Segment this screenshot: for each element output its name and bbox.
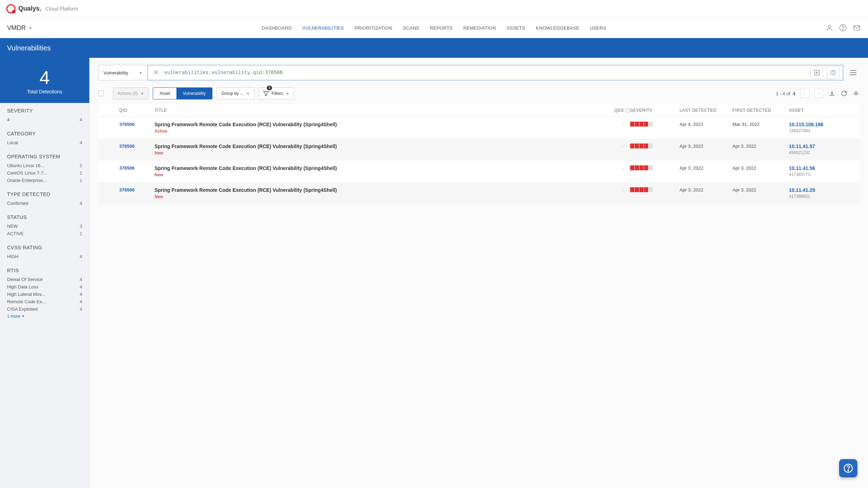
facet-item[interactable]: CISA Exploited4: [7, 306, 82, 312]
clear-search-icon[interactable]: [151, 70, 161, 76]
group-by-button[interactable]: Group by ... ▼: [217, 87, 254, 99]
save-search-button[interactable]: [810, 66, 823, 79]
filters-button[interactable]: 4 Filters ▼: [259, 87, 294, 99]
col-qid[interactable]: QID: [119, 108, 155, 113]
chevron-down-icon: ▼: [29, 26, 32, 30]
actions-button[interactable]: Actions (0) ▼: [113, 87, 149, 99]
page-title-bar: Vulnerabilities: [0, 38, 868, 58]
facet-item[interactable]: High Data Loss4: [7, 284, 82, 289]
refresh-icon[interactable]: [840, 90, 848, 97]
facet-item[interactable]: Confirmed4: [7, 201, 82, 206]
user-icon[interactable]: [826, 24, 833, 32]
asset-ip-link[interactable]: 10.11.41.57: [789, 144, 856, 149]
search-input[interactable]: vulnerabilities.vulnerability.qid:376506: [147, 65, 843, 80]
facet-group: SEVERITY44: [7, 108, 82, 122]
pager-next-button[interactable]: ›: [814, 89, 824, 98]
nav-tab-knowledgebase[interactable]: KNOWLEDGEBASE: [536, 23, 579, 33]
facet-item[interactable]: 44: [7, 117, 82, 122]
asset-ip-link[interactable]: 10.11.41.29: [789, 187, 856, 193]
settings-icon[interactable]: [852, 90, 860, 97]
nav-tab-assets[interactable]: ASSETS: [507, 23, 525, 33]
results-table: QID TITLE QDS SEVERITY LAST DETECTED FIR…: [90, 104, 868, 204]
floating-help-button[interactable]: [839, 459, 857, 477]
facet-group: CATEGORYLocal4: [7, 131, 82, 145]
asset-ip-link[interactable]: 10.11.41.56: [789, 165, 856, 171]
last-detected: Apr 3, 2022: [680, 187, 733, 193]
pager-text: 1 - 4 of 4: [776, 91, 795, 96]
table-body: 376506Spring Framework Remote Code Execu…: [98, 117, 860, 204]
mail-icon[interactable]: [852, 24, 861, 32]
facet-item[interactable]: NEW3: [7, 224, 82, 229]
header-icons: [826, 24, 861, 32]
facet-group: CVSS RATINGHIGH4: [7, 245, 82, 259]
table-header: QID TITLE QDS SEVERITY LAST DETECTED FIR…: [98, 104, 860, 117]
table-row[interactable]: 376506Spring Framework Remote Code Execu…: [98, 160, 860, 182]
module-selector[interactable]: VMDR ▼: [7, 24, 32, 32]
facet-item[interactable]: Oracle Enterprise...1: [7, 178, 82, 183]
table-row[interactable]: 376506Spring Framework Remote Code Execu…: [98, 182, 860, 204]
last-detected: Apr 3, 2022: [680, 165, 733, 171]
nav-tab-vulnerabilities[interactable]: VULNERABILITIES: [302, 23, 344, 40]
help-icon[interactable]: [839, 24, 847, 32]
vuln-title: Spring Framework Remote Code Execution (…: [155, 144, 591, 149]
nav-tab-prioritization[interactable]: PRIORITIZATION: [355, 23, 392, 33]
col-severity[interactable]: SEVERITY: [630, 108, 680, 113]
svg-point-0: [828, 25, 831, 28]
facet-item[interactable]: ACTIVE1: [7, 231, 82, 236]
qds-value: -: [591, 165, 630, 171]
status-tag: Active: [155, 129, 591, 134]
select-all-checkbox[interactable]: [98, 91, 104, 96]
nav-tab-users[interactable]: USERS: [590, 23, 606, 33]
qid-link[interactable]: 376506: [119, 165, 134, 171]
brand-bar: Qualys. Cloud Platform: [0, 0, 868, 18]
logo[interactable]: Qualys. Cloud Platform: [6, 4, 78, 13]
facet-group: RTISDenial Of Service4High Data Loss4Hig…: [7, 268, 82, 319]
filter-icon: [263, 91, 269, 96]
col-title[interactable]: TITLE: [155, 108, 591, 113]
table-row[interactable]: 376506Spring Framework Remote Code Execu…: [98, 117, 860, 139]
brand-name: Qualys.: [18, 5, 41, 12]
sidebar: 4 Total Detections SEVERITY44CATEGORYLoc…: [0, 58, 90, 488]
asset-id: 455521232: [789, 150, 856, 155]
facet-item[interactable]: Remote Code Ex...4: [7, 299, 82, 304]
detections-summary: 4 Total Detections: [0, 58, 89, 103]
qid-link[interactable]: 376506: [119, 122, 134, 127]
facet-more-link[interactable]: 1 more ▼: [7, 314, 82, 319]
qid-link[interactable]: 376506: [119, 144, 134, 149]
first-detected: Apr 3, 2022: [733, 187, 789, 193]
asset-ip-link[interactable]: 10.115.108.188: [789, 122, 856, 127]
view-toggle: Asset Vulnerability: [153, 87, 212, 99]
search-help-button[interactable]: [827, 66, 839, 79]
nav-tab-remediation[interactable]: REMEDIATION: [463, 23, 496, 33]
facet-item[interactable]: High Lateral Mov...4: [7, 292, 82, 297]
col-asset[interactable]: ASSET: [789, 108, 856, 113]
nav-tab-scans[interactable]: SCANS: [403, 23, 419, 33]
col-qds[interactable]: QDS: [591, 108, 630, 113]
facet-item[interactable]: Local4: [7, 140, 82, 145]
module-name: VMDR: [7, 24, 26, 32]
col-last[interactable]: LAST DETECTED: [680, 108, 733, 113]
menu-button[interactable]: [847, 66, 860, 79]
nav-tab-reports[interactable]: REPORTS: [430, 23, 453, 33]
info-icon[interactable]: [625, 108, 630, 113]
facet-title: OPERATING SYSTEM: [7, 154, 82, 159]
toggle-asset[interactable]: Asset: [153, 88, 176, 99]
first-detected: Apr 3, 2022: [733, 144, 789, 149]
vuln-title: Spring Framework Remote Code Execution (…: [155, 165, 591, 171]
page-title: Vulnerabilities: [7, 44, 51, 52]
download-icon[interactable]: [828, 90, 836, 97]
facet-item[interactable]: CentOS Linux 7.7...1: [7, 170, 82, 176]
svg-point-2: [843, 29, 843, 30]
facet-item[interactable]: Denial Of Service4: [7, 277, 82, 282]
table-row[interactable]: 376506Spring Framework Remote Code Execu…: [98, 139, 860, 160]
col-first[interactable]: FIRST DETECTED: [733, 108, 789, 113]
nav-tab-dashboard[interactable]: DASHBOARD: [262, 23, 292, 33]
qid-link[interactable]: 376506: [119, 187, 134, 193]
search-type-select[interactable]: Vulnerability ▼: [98, 65, 147, 80]
pager-prev-button[interactable]: ‹: [800, 89, 809, 98]
last-detected: Apr 4, 2022: [680, 122, 733, 127]
facet-group: STATUSNEW3ACTIVE1: [7, 214, 82, 236]
facet-item[interactable]: HIGH4: [7, 254, 82, 259]
toggle-vulnerability[interactable]: Vulnerability: [176, 88, 212, 99]
facet-item[interactable]: Ubuntu Linux 16...2: [7, 163, 82, 168]
